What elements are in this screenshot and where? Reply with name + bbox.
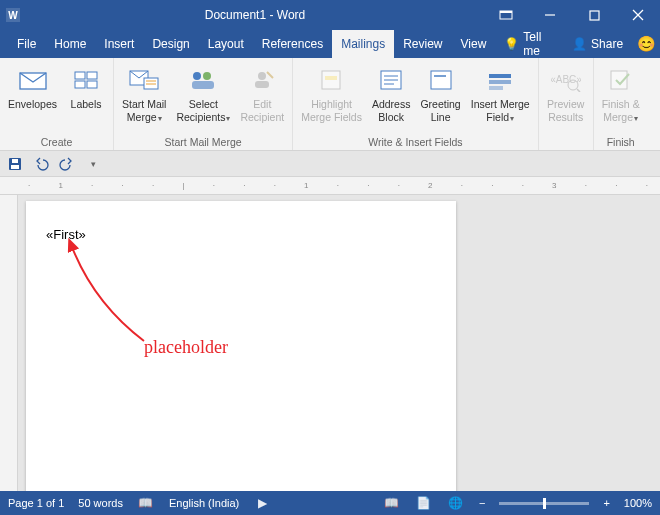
greeting-line-button[interactable]: Greeting Line: [418, 62, 462, 125]
svg-rect-40: [11, 165, 19, 169]
save-button[interactable]: [6, 155, 24, 173]
svg-line-37: [577, 89, 580, 92]
document-area: · 1 · · · | · · · 1 · · · 2 · · · 3 · · …: [0, 177, 660, 491]
page-indicator[interactable]: Page 1 of 1: [8, 497, 64, 509]
zoom-out-button[interactable]: −: [479, 497, 485, 509]
svg-rect-11: [87, 72, 97, 79]
status-bar: Page 1 of 1 50 words 📖 English (India) ▶…: [0, 491, 660, 515]
highlight-merge-fields-button[interactable]: Highlight Merge Fields: [299, 62, 364, 125]
start-mail-merge-button[interactable]: Start Mail Merge▾: [120, 62, 168, 125]
svg-text:W: W: [8, 10, 18, 21]
svg-rect-25: [325, 76, 337, 80]
language-indicator[interactable]: English (India): [169, 497, 239, 509]
address-block-icon: [378, 64, 404, 96]
workspace: · 1 · · · | · · · 1 · · · 2 · · · 3 · · …: [0, 177, 660, 491]
menu-mailings[interactable]: Mailings: [332, 30, 394, 58]
horizontal-ruler[interactable]: · 1 · · · | · · · 1 · · · 2 · · · 3 · · …: [0, 177, 660, 195]
annotation-label: placeholder: [144, 337, 228, 358]
labels-icon: [72, 64, 100, 96]
maximize-button[interactable]: [572, 0, 616, 30]
preview-results-button[interactable]: «ABC» Preview Results: [545, 62, 587, 125]
minimize-button[interactable]: [528, 0, 572, 30]
feedback-smile-icon[interactable]: 😊: [632, 30, 660, 58]
recipients-icon: [188, 64, 218, 96]
menu-file[interactable]: File: [8, 30, 45, 58]
menu-review[interactable]: Review: [394, 30, 451, 58]
menu-bar: File Home Insert Design Layout Reference…: [0, 30, 660, 58]
edit-recipient-button[interactable]: Edit Recipient: [238, 62, 286, 125]
finish-icon: [607, 64, 635, 96]
chevron-down-icon: ▾: [510, 114, 514, 123]
svg-rect-12: [75, 81, 85, 88]
envelopes-button[interactable]: Envelopes: [6, 62, 59, 113]
redo-button[interactable]: [58, 155, 76, 173]
highlight-icon: [319, 64, 345, 96]
window-title: Document1 - Word: [26, 8, 484, 22]
svg-rect-30: [431, 71, 451, 89]
svg-point-18: [193, 72, 201, 80]
chevron-down-icon: ▾: [158, 114, 162, 123]
menu-view[interactable]: View: [452, 30, 496, 58]
close-button[interactable]: [616, 0, 660, 30]
web-layout-icon[interactable]: 🌐: [447, 495, 465, 511]
svg-text:«ABC»: «ABC»: [551, 74, 581, 85]
menu-design[interactable]: Design: [143, 30, 198, 58]
svg-rect-34: [489, 86, 503, 90]
read-mode-icon[interactable]: 📖: [383, 495, 401, 511]
menu-references[interactable]: References: [253, 30, 332, 58]
finish-merge-button[interactable]: Finish & Merge▾: [600, 62, 642, 125]
svg-rect-10: [75, 72, 85, 79]
zoom-in-button[interactable]: +: [603, 497, 609, 509]
svg-rect-6: [590, 11, 599, 20]
select-recipients-button[interactable]: Select Recipients▾: [174, 62, 232, 125]
print-layout-icon[interactable]: 📄: [415, 495, 433, 511]
menu-layout[interactable]: Layout: [199, 30, 253, 58]
menu-insert[interactable]: Insert: [95, 30, 143, 58]
spellcheck-icon[interactable]: 📖: [137, 495, 155, 511]
ribbon: Envelopes Labels Create Start Mail Merge…: [0, 58, 660, 151]
zoom-slider[interactable]: [499, 502, 589, 505]
ribbon-display-options-button[interactable]: [484, 0, 528, 30]
svg-rect-13: [87, 81, 97, 88]
svg-point-19: [203, 72, 211, 80]
labels-button[interactable]: Labels: [65, 62, 107, 113]
envelope-icon: [18, 64, 48, 96]
svg-rect-41: [12, 159, 18, 163]
svg-rect-32: [489, 74, 511, 78]
mail-merge-icon: [128, 64, 160, 96]
title-bar: W Document1 - Word: [0, 0, 660, 30]
svg-line-23: [267, 72, 273, 78]
menu-share[interactable]: 👤Share: [563, 30, 632, 58]
menu-home[interactable]: Home: [45, 30, 95, 58]
qat-customize[interactable]: ▾: [84, 155, 102, 173]
chevron-down-icon: ▾: [226, 114, 230, 123]
svg-point-21: [258, 72, 266, 80]
macro-icon[interactable]: ▶: [253, 495, 271, 511]
undo-button[interactable]: [32, 155, 50, 173]
svg-rect-33: [489, 80, 511, 84]
annotation-arrow: [54, 233, 174, 353]
insert-merge-field-button[interactable]: Insert Merge Field▾: [469, 62, 532, 125]
menu-tellme[interactable]: 💡Tell me: [495, 30, 563, 58]
svg-rect-20: [192, 81, 214, 89]
preview-icon: «ABC»: [551, 64, 581, 96]
vertical-ruler[interactable]: [0, 195, 18, 491]
app-icon: W: [0, 7, 26, 23]
address-block-button[interactable]: Address Block: [370, 62, 413, 125]
insert-field-icon: [487, 64, 513, 96]
svg-rect-22: [255, 81, 269, 88]
chevron-down-icon: ▾: [634, 114, 638, 123]
document-page[interactable]: «First» placeholder: [26, 201, 456, 491]
quick-access-toolbar: ▾: [0, 151, 660, 177]
greeting-icon: [428, 64, 454, 96]
word-count[interactable]: 50 words: [78, 497, 123, 509]
svg-rect-4: [500, 11, 512, 13]
zoom-level[interactable]: 100%: [624, 497, 652, 509]
merge-field-first[interactable]: «First»: [46, 227, 86, 242]
edit-recipient-icon: [249, 64, 275, 96]
